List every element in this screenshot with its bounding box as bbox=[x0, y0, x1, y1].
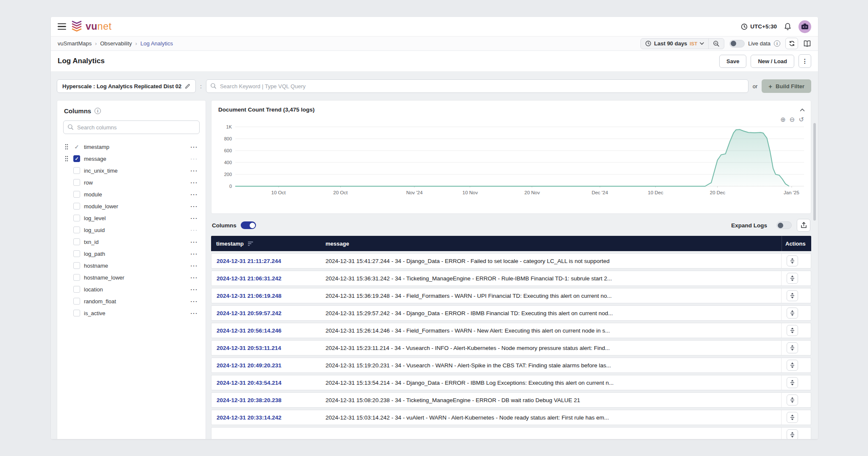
columns-info-icon[interactable]: i bbox=[95, 108, 101, 114]
column-menu-icon[interactable]: ··· bbox=[191, 298, 200, 305]
breadcrumb-observability[interactable]: Observability bbox=[100, 40, 132, 47]
log-timestamp-link[interactable]: 2024-12-31 20:56:14.246 bbox=[211, 327, 326, 334]
vertical-scrollbar[interactable] bbox=[813, 123, 816, 221]
time-zoom-out-button[interactable] bbox=[708, 39, 724, 49]
docs-book-icon[interactable] bbox=[803, 40, 811, 47]
log-timestamp-link[interactable]: 2024-12-31 20:38:20.238 bbox=[211, 397, 326, 403]
columns-search-input[interactable] bbox=[63, 120, 200, 134]
chart-plot-area[interactable]: 10 Oct 20 Oct Nov '24 10 Nov 20 Nov Dec … bbox=[235, 126, 804, 197]
edit-pencil-icon[interactable] bbox=[185, 84, 190, 89]
header-message[interactable]: message bbox=[326, 241, 782, 247]
column-checkbox[interactable] bbox=[73, 227, 80, 233]
log-timestamp-link[interactable]: 2024-12-31 20:59:57.242 bbox=[211, 310, 326, 316]
log-timestamp-link[interactable]: 2024-12-31 21:06:19.248 bbox=[211, 293, 326, 299]
column-menu-icon[interactable]: ··· bbox=[191, 156, 200, 162]
log-timestamp-link[interactable]: 2024-12-31 20:49:20.231 bbox=[211, 362, 326, 369]
drag-handle-icon[interactable] bbox=[63, 156, 70, 162]
column-menu-icon[interactable]: ··· bbox=[191, 239, 200, 245]
column-checkbox[interactable] bbox=[73, 179, 80, 186]
column-menu-icon[interactable]: ··· bbox=[191, 203, 200, 210]
column-menu-icon[interactable]: ··· bbox=[191, 191, 200, 198]
column-checkbox[interactable] bbox=[73, 238, 80, 245]
column-checkbox[interactable] bbox=[73, 298, 80, 305]
column-checkbox[interactable] bbox=[73, 167, 80, 174]
table-row[interactable]: 2024-12-31 21:06:31.242 2024-12-31 15:36… bbox=[211, 271, 811, 286]
sort-icon[interactable] bbox=[248, 241, 253, 246]
table-row[interactable]: 2024-12-31 20:43:54.214 2024-12-31 15:13… bbox=[211, 375, 811, 390]
column-menu-icon[interactable]: ··· bbox=[191, 168, 200, 174]
user-avatar[interactable] bbox=[798, 20, 811, 33]
expand-logs-toggle[interactable] bbox=[776, 221, 792, 229]
column-checkbox[interactable]: ✓ bbox=[73, 155, 80, 162]
table-row[interactable]: 2024-12-31 21:11:27.244 2024-12-31 15:41… bbox=[211, 253, 811, 269]
expand-row-button[interactable] bbox=[787, 360, 798, 371]
table-row[interactable]: 2024-12-31 20:59:57.242 2024-12-31 15:29… bbox=[211, 305, 811, 321]
expand-row-button[interactable] bbox=[787, 308, 798, 319]
log-timestamp-link[interactable]: 2024-12-31 20:43:54.214 bbox=[211, 380, 326, 386]
expand-row-button[interactable] bbox=[787, 273, 798, 284]
column-menu-icon[interactable]: ··· bbox=[191, 251, 200, 257]
vql-search-input[interactable] bbox=[206, 79, 748, 93]
expand-row-button[interactable] bbox=[787, 325, 798, 336]
table-row[interactable]: 2024-12-31 20:49:20.231 2024-12-31 15:19… bbox=[211, 358, 811, 373]
column-menu-icon[interactable]: ··· bbox=[191, 274, 200, 281]
notifications-bell-icon[interactable] bbox=[784, 22, 792, 31]
log-timestamp-link[interactable]: 2024-12-31 20:33:14.242 bbox=[211, 414, 326, 421]
build-filter-button[interactable]: + Build Filter bbox=[762, 79, 811, 93]
expand-row-button[interactable] bbox=[787, 290, 798, 301]
dataset-selector-chip[interactable]: Hyperscale : Log Analytics Replicated Di… bbox=[57, 79, 196, 93]
hamburger-menu-icon[interactable] bbox=[58, 23, 66, 30]
expand-row-button[interactable] bbox=[787, 429, 798, 439]
more-options-kebab-button[interactable]: ⋮ bbox=[798, 54, 811, 68]
column-checkbox[interactable] bbox=[73, 310, 80, 316]
column-menu-icon[interactable]: ··· bbox=[191, 263, 200, 269]
header-actions: Actions bbox=[782, 236, 811, 251]
log-timestamp-link[interactable]: 2024-12-31 20:53:11.214 bbox=[211, 345, 326, 351]
column-menu-icon[interactable]: ··· bbox=[191, 227, 200, 233]
table-row[interactable]: 2024-12-31 20:33:14.242 2024-12-31 15:03… bbox=[211, 410, 811, 425]
column-item: is_active··· bbox=[63, 307, 200, 319]
expand-row-button[interactable] bbox=[787, 394, 798, 406]
table-row-partial[interactable] bbox=[211, 427, 811, 439]
new-load-button[interactable]: New / Load bbox=[751, 55, 794, 68]
table-row[interactable]: 2024-12-31 20:53:11.214 2024-12-31 15:23… bbox=[211, 340, 811, 355]
column-checkbox[interactable] bbox=[73, 203, 80, 210]
time-range-picker[interactable]: Last 90 days IST bbox=[641, 39, 708, 49]
table-row[interactable]: 2024-12-31 21:06:19.248 2024-12-31 15:36… bbox=[211, 288, 811, 303]
save-button[interactable]: Save bbox=[719, 55, 746, 68]
column-checkbox[interactable] bbox=[73, 191, 80, 198]
column-checkbox[interactable] bbox=[73, 262, 80, 269]
table-row[interactable]: 2024-12-31 20:56:14.246 2024-12-31 15:26… bbox=[211, 323, 811, 338]
column-checkbox[interactable] bbox=[73, 286, 80, 293]
vunet-chevron-mark bbox=[71, 21, 82, 33]
info-icon[interactable]: i bbox=[774, 40, 780, 47]
column-menu-icon[interactable]: ··· bbox=[191, 144, 200, 150]
column-menu-icon[interactable]: ··· bbox=[191, 286, 200, 293]
log-timestamp-link[interactable]: 2024-12-31 21:06:31.242 bbox=[211, 275, 326, 282]
refresh-button[interactable] bbox=[785, 38, 798, 49]
column-checkbox[interactable] bbox=[73, 250, 80, 257]
column-checkbox[interactable] bbox=[73, 215, 80, 221]
export-button[interactable] bbox=[797, 219, 810, 232]
live-data-toggle[interactable] bbox=[729, 40, 745, 48]
column-menu-icon[interactable]: ··· bbox=[191, 179, 200, 186]
expand-row-button[interactable] bbox=[787, 255, 798, 266]
column-checkbox[interactable] bbox=[73, 274, 80, 281]
timezone-indicator[interactable]: UTC+5:30 bbox=[741, 23, 777, 30]
zoom-out-icon[interactable]: ⊖ bbox=[790, 116, 795, 123]
plus-icon: + bbox=[768, 83, 772, 90]
column-menu-icon[interactable]: ··· bbox=[191, 310, 200, 316]
log-timestamp-link[interactable]: 2024-12-31 21:11:27.244 bbox=[211, 258, 326, 264]
expand-row-button[interactable] bbox=[787, 377, 798, 388]
reset-zoom-icon[interactable]: ↺ bbox=[798, 116, 804, 123]
collapse-chevron-icon[interactable] bbox=[800, 106, 805, 113]
table-row[interactable]: 2024-12-31 20:38:20.238 2024-12-31 15:08… bbox=[211, 392, 811, 408]
zoom-in-icon[interactable]: ⊕ bbox=[780, 116, 786, 123]
expand-row-button[interactable] bbox=[787, 342, 798, 353]
column-menu-icon[interactable]: ··· bbox=[191, 215, 200, 221]
header-timestamp[interactable]: timestamp bbox=[216, 241, 244, 247]
columns-toggle[interactable] bbox=[241, 221, 256, 229]
breadcrumb-vusmartmaps[interactable]: vuSmartMaps bbox=[58, 40, 92, 47]
expand-row-button[interactable] bbox=[787, 412, 798, 423]
drag-handle-icon[interactable] bbox=[63, 144, 70, 150]
